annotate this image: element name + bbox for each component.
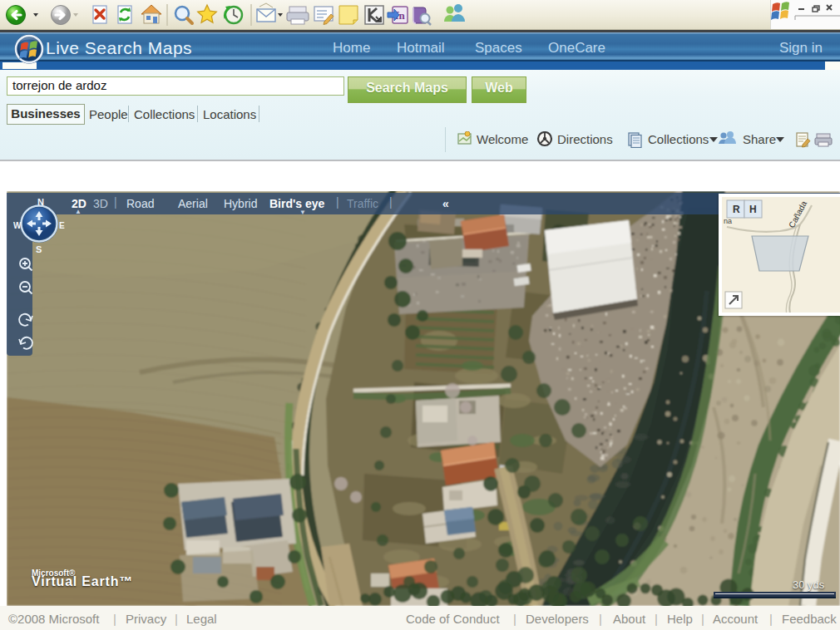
svg-text:N: N	[37, 197, 44, 207]
svg-text:S: S	[36, 244, 42, 253]
svg-text:na: na	[724, 217, 732, 225]
svg-text:H: H	[749, 204, 757, 215]
svg-text:Cañada: Cañada	[787, 199, 808, 229]
svg-text:E: E	[59, 221, 65, 230]
svg-text:W: W	[13, 221, 22, 230]
svg-text:R: R	[733, 204, 740, 215]
